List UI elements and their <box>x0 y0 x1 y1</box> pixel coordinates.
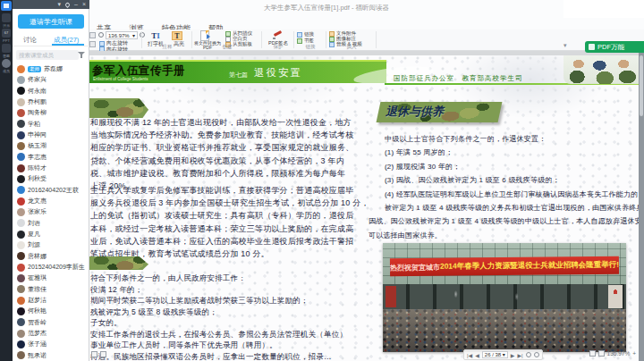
text-line: 税、城市维护建设税、教育费附加和个人所得税，限额标准为每户每年 <box>90 167 353 180</box>
member-row[interactable]: 利秋受 <box>13 173 89 184</box>
classroom-panel: ▾ – × 邀请学生听课 讨论 成员(27) 老师苏磊娜佟家兴何永南乔柯鹏陶务柳… <box>13 0 89 361</box>
role-badge: 老师 <box>28 66 41 72</box>
rail-item-1[interactable]: 演示 <box>1 13 12 28</box>
member-row[interactable]: 何秋艳 <box>13 306 89 316</box>
rail-item-2[interactable]: 67PPT <box>1 29 12 43</box>
member-row[interactable]: 霍雅琪 <box>13 273 89 283</box>
member-row[interactable]: 唐林娜 <box>13 251 89 262</box>
zoom-level-value: 136.97% <box>108 33 130 38</box>
rail-item-3[interactable]: 答题 <box>1 44 12 58</box>
pdf-page[interactable]: 参军入伍宣传手册 Enlistment of College Students … <box>89 55 639 361</box>
text-line: 事业单位工作人员时，同等条件下优先录用（聘用）。 <box>90 340 347 351</box>
select-tool-icon[interactable] <box>100 351 106 357</box>
member-name: 赵梦洁 <box>28 296 47 305</box>
close-icon[interactable]: × <box>82 0 86 9</box>
member-row[interactable]: 贾香岭 <box>13 317 89 328</box>
member-row[interactable]: 李志惠 <box>13 152 89 163</box>
doc-paragraph: 和服现役不满 12 年的士官退出现役时，由部队发给一次性退役金，地方当地实际情况… <box>90 116 353 192</box>
fit-page-icon[interactable] <box>598 350 605 357</box>
member-row[interactable]: 陶务柳 <box>13 107 89 118</box>
chapter-number: 第七篇 <box>229 71 248 80</box>
next-view-icon[interactable] <box>534 352 539 357</box>
invite-students-button[interactable]: 邀请学生听课 <box>18 14 84 29</box>
last-page-button[interactable]: ▶| <box>517 352 522 358</box>
search-input[interactable] <box>16 50 79 60</box>
page-number-box[interactable]: 26 / 38 ▾ <box>482 351 508 358</box>
scrollbar-thumb[interactable] <box>640 55 643 116</box>
member-row[interactable]: 刘语 <box>13 218 89 229</box>
rail-item-label: 演示 <box>1 23 12 28</box>
member-row[interactable]: 20152404209李新生 <box>13 262 89 273</box>
member-row[interactable]: 申神同 <box>13 130 89 140</box>
text-line: (1) 年满 55 周岁的； <box>385 146 639 159</box>
member-row[interactable]: 张子涵 <box>13 339 89 349</box>
document-area: 参军入伍宣传手册 Enlistment of College Students … <box>89 51 644 361</box>
building-doors <box>383 284 626 309</box>
pin-icon[interactable] <box>64 1 71 7</box>
text-line: 业后，免试入读普通本科；应征入伍的高校毕业生退役后报考政法干警招 <box>90 235 369 248</box>
member-row[interactable]: 范梦杰 <box>13 328 89 339</box>
fit-width-icon[interactable] <box>589 350 596 357</box>
member-name: 学柏 <box>28 120 40 129</box>
member-row[interactable]: 何永南 <box>13 86 89 97</box>
vertical-scrollbar[interactable] <box>639 51 644 361</box>
minimize-icon[interactable]: – <box>74 0 78 9</box>
member-row[interactable]: 学柏 <box>13 119 89 130</box>
member-row[interactable]: 董琼佳 <box>13 284 89 295</box>
text-line: (2) 服现役满 30 年的； <box>385 160 639 173</box>
next-page-button[interactable]: ▶ <box>511 352 515 358</box>
member-row[interactable]: 老师苏磊娜 <box>13 63 89 74</box>
member-row[interactable]: 甄承诺 <box>13 350 89 361</box>
chevron-down-icon[interactable]: ▾ <box>57 0 61 9</box>
member-row[interactable]: 张家乐 <box>13 206 89 217</box>
zoom-in-button[interactable]: + <box>632 350 636 357</box>
hand-tool-icon[interactable] <box>91 351 97 357</box>
member-row[interactable]: 夏凡 <box>13 229 89 239</box>
member-row[interactable]: 赵梦洁 <box>13 295 89 306</box>
avatar <box>17 175 25 183</box>
collapse-ribbon-icon[interactable]: ▾ <box>564 42 567 49</box>
text-line: 被评定为 1 级至 4 级残疾等级的义务兵和初级士官退出现役的，由国家供养终身。 <box>385 201 639 214</box>
member-row[interactable]: 乔柯鹏 <box>13 97 89 107</box>
bookmark-button[interactable]: 书签 <box>297 38 314 44</box>
rail-item-label: 成员 <box>1 69 12 73</box>
member-row[interactable]: 20162404202王获 <box>13 185 89 196</box>
member-row[interactable]: 杨玉湖 <box>13 140 89 151</box>
avatar <box>17 231 25 239</box>
filter-icon[interactable] <box>78 51 86 59</box>
zoom-out-icon[interactable] <box>98 32 104 38</box>
poster <box>608 285 623 308</box>
clipped-tool-icon[interactable] <box>89 41 96 47</box>
member-row[interactable]: 陈特才 <box>13 163 89 173</box>
first-page-button[interactable]: |◀ <box>467 352 472 358</box>
clipped-tool-icon[interactable] <box>89 32 96 38</box>
zoom-level-select[interactable]: 136.97%▾ <box>106 31 138 39</box>
member-row[interactable]: 刘源 <box>13 239 89 250</box>
member-row[interactable]: 佟家兴 <box>13 74 89 85</box>
prev-view-icon[interactable] <box>526 352 531 357</box>
group-label-links: 链接 <box>295 44 326 50</box>
rail-item-4[interactable]: 成员 <box>1 59 12 73</box>
avatar <box>17 197 25 206</box>
prev-page-button[interactable]: ◀ <box>475 352 479 358</box>
link-button[interactable]: 链接 <box>297 31 314 38</box>
text-line: 本科，或经过一定考核入读普通本科；荣立三等功以上奖励的，在完成高 <box>90 222 369 235</box>
pdf-sign-icon[interactable] <box>273 31 283 39</box>
member-name: 贾香岭 <box>28 318 47 327</box>
member-row[interactable]: 龙文惠 <box>13 196 89 206</box>
member-name: 申神同 <box>28 130 47 139</box>
classroom-app-icon[interactable] <box>1 1 12 11</box>
member-name: 甄承诺 <box>28 351 47 360</box>
text-line: 役满 12 年的； <box>90 284 347 296</box>
member-name: 龙文惠 <box>28 197 47 206</box>
avatar <box>17 142 25 150</box>
typewriter-icon[interactable]: TI <box>145 31 166 40</box>
bottom-left-tools <box>91 351 106 357</box>
member-name: 陈特才 <box>28 164 47 172</box>
pdf-assistant-button[interactable]: PDF万能 <box>585 41 644 53</box>
rail-item-label: 答题 <box>1 54 12 58</box>
member-name: 张家乐 <box>28 207 47 216</box>
tab-discussion[interactable]: 讨论 <box>23 36 37 45</box>
job-fair-photo: 热烈祝贺宜城市 2014年春季人力资源暨退役士兵就业招聘会隆重举行! <box>383 243 626 352</box>
highlight-icon[interactable]: T <box>172 31 182 40</box>
